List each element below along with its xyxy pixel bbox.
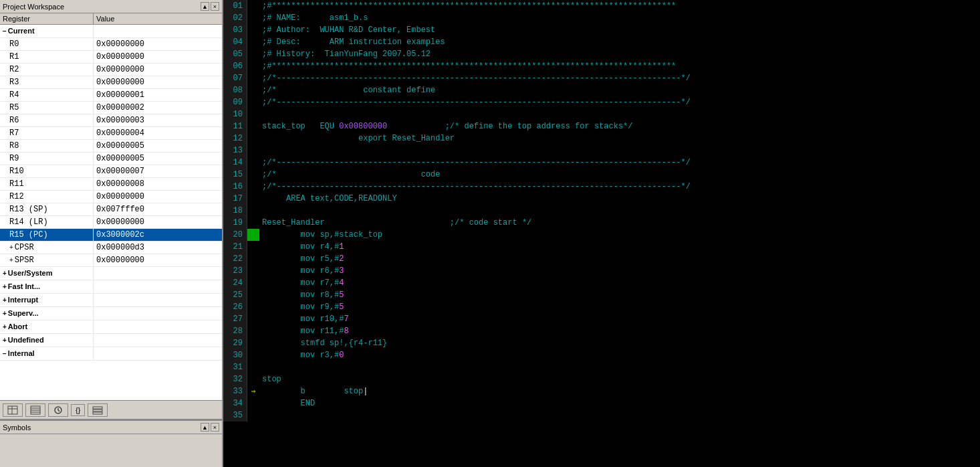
reg-row-r11[interactable]: R11 0x00000008 [0, 178, 222, 191]
register-toolbar: {} [0, 400, 222, 419]
toolbar-btn-1[interactable] [3, 403, 23, 417]
code-line-11: 11 stack_top EQU 0x00800000 ;/* define t… [223, 120, 980, 132]
code-line-09: 09 ;/*----------------------------------… [223, 96, 980, 108]
register-panel: −Current R0 0x00000000 R1 0x00000000 R2 … [0, 25, 222, 420]
workspace-minimize-btn[interactable]: ▲ [201, 2, 209, 11]
code-line-22: 22 mov r5,#2 [223, 253, 980, 265]
workspace-title-controls: ▲ × [201, 2, 219, 11]
code-line-34: 34 END [223, 397, 980, 409]
code-line-24: 24 mov r7,#4 [223, 277, 980, 289]
svg-rect-0 [8, 406, 17, 414]
reg-row-r1[interactable]: R1 0x00000000 [0, 51, 222, 64]
code-line-03: 03 ;# Author: WUHAN R&D Center, Embest [223, 24, 980, 36]
reg-row-r8[interactable]: R8 0x00000005 [0, 140, 222, 153]
code-line-32: 32 stop [223, 373, 980, 385]
code-line-30: 30 mov r3,#0 [223, 349, 980, 361]
svg-rect-12 [93, 412, 102, 414]
code-line-17: 17 AREA text,CODE,READONLY [223, 193, 980, 205]
workspace-close-btn[interactable]: × [211, 2, 219, 11]
code-line-06: 06 ;#***********************************… [223, 60, 980, 72]
toolbar-btn-3[interactable] [48, 403, 68, 417]
workspace-titlebar: Project Workspace ▲ × [0, 0, 222, 13]
reg-row-r12[interactable]: R12 0x00000000 [0, 191, 222, 203]
reg-row-r5[interactable]: R5 0x00000002 [0, 102, 222, 114]
code-line-13: 13 [223, 145, 980, 157]
code-scroll-area[interactable]: 01 ;#***********************************… [223, 0, 980, 467]
reg-row-spsr[interactable]: +SPSR 0x00000000 [0, 254, 222, 267]
reg-row-r9[interactable]: R9 0x00000005 [0, 153, 222, 165]
symbols-title: Symbols [3, 424, 31, 432]
code-line-26: 26 mov r9,#5 [223, 301, 980, 313]
svg-rect-11 [93, 409, 102, 411]
toolbar-btn-4[interactable]: {} [71, 404, 85, 416]
toolbar-btn-5[interactable] [88, 403, 108, 417]
group-user-system[interactable]: +User/System [0, 267, 222, 280]
register-table-header: Register Value [0, 13, 222, 25]
code-line-21: 21 mov r4,#1 [223, 241, 980, 253]
code-line-28: 28 mov r11,#8 [223, 325, 980, 337]
code-line-15: 15 ;/* code [223, 169, 980, 181]
workspace-title: Project Workspace [3, 3, 64, 11]
symbols-close-btn[interactable]: × [211, 423, 219, 432]
code-line-33: 33 ⇒ b stop| [223, 385, 980, 397]
register-table-body[interactable]: −Current R0 0x00000000 R1 0x00000000 R2 … [0, 25, 222, 400]
group-current-label: −Current [0, 25, 94, 37]
code-line-23: 23 mov r6,#3 [223, 265, 980, 277]
symbols-titlebar: Symbols ▲ × [0, 421, 222, 434]
group-internal[interactable]: −Internal [0, 347, 222, 361]
svg-line-9 [58, 410, 59, 411]
code-line-35: 35 [223, 409, 980, 422]
code-line-31: 31 [223, 361, 980, 373]
memory-icon [30, 405, 41, 415]
code-line-02: 02 ;# NAME: asm1_b.s [223, 12, 980, 24]
code-line-18: 18 [223, 205, 980, 217]
group-fast-int[interactable]: +Fast Int... [0, 280, 222, 294]
reg-row-r2[interactable]: R2 0x00000000 [0, 64, 222, 76]
code-line-19: 19 Reset_Handler ;/* code start */ [223, 217, 980, 229]
code-line-29: 29 stmfd sp!,{r4-r11} [223, 337, 980, 349]
symbols-title-controls: ▲ × [201, 423, 219, 432]
toolbar-btn-2[interactable] [25, 403, 45, 417]
register-icon [7, 405, 18, 415]
group-interrupt[interactable]: +Interrupt [0, 294, 222, 307]
group-current[interactable]: −Current [0, 25, 222, 38]
reg-row-r4[interactable]: R4 0x00000001 [0, 89, 222, 102]
watch-icon [53, 405, 64, 415]
svg-rect-10 [93, 407, 102, 409]
group-abort[interactable]: +Abort [0, 320, 222, 334]
reg-row-r0[interactable]: R0 0x00000000 [0, 38, 222, 51]
reg-row-r13[interactable]: R13 (SP) 0x007fffe0 [0, 203, 222, 216]
code-line-08: 08 ;/* constant define [223, 84, 980, 96]
code-line-10: 10 [223, 108, 980, 120]
reg-row-r6[interactable]: R6 0x00000003 [0, 114, 222, 127]
code-line-14: 14 ;/*----------------------------------… [223, 157, 980, 169]
code-panel: 01 ;#***********************************… [223, 0, 980, 467]
reg-row-r15[interactable]: R15 (PC) 0x3000002c [0, 229, 222, 242]
code-line-01: 01 ;#***********************************… [223, 0, 980, 12]
value-col-header: Value [94, 13, 211, 24]
code-line-05: 05 ;# History: TianYunFang 2007.05.12 [223, 48, 980, 60]
code-line-27: 27 mov r10,#7 [223, 313, 980, 325]
code-line-25: 25 mov r8,#5 [223, 289, 980, 301]
group-superv[interactable]: +Superv... [0, 307, 222, 320]
reg-row-r3[interactable]: R3 0x00000000 [0, 76, 222, 89]
callstack-icon [92, 405, 103, 415]
code-content: 01 ;#***********************************… [223, 0, 980, 422]
reg-row-cpsr[interactable]: +CPSR 0x000000d3 [0, 242, 222, 254]
symbols-minimize-btn[interactable]: ▲ [201, 423, 209, 432]
code-line-07: 07 ;/*----------------------------------… [223, 72, 980, 84]
code-line-20: 20 mov sp,#stack_top [223, 229, 980, 241]
symbols-panel: Symbols ▲ × [0, 420, 222, 467]
reg-row-r7[interactable]: R7 0x00000004 [0, 127, 222, 140]
code-line-04: 04 ;# Desc: ARM instruction examples [223, 36, 980, 48]
code-line-16: 16 ;/*----------------------------------… [223, 181, 980, 193]
left-panel: Project Workspace ▲ × Register Value −Cu… [0, 0, 223, 467]
code-line-12: 12 export Reset_Handler [223, 132, 980, 145]
variables-label: {} [76, 406, 80, 414]
register-col-header: Register [0, 13, 94, 24]
group-undefined[interactable]: +Undefined [0, 334, 222, 347]
reg-row-r14[interactable]: R14 (LR) 0x00000000 [0, 216, 222, 229]
reg-row-r10[interactable]: R10 0x00000007 [0, 165, 222, 178]
